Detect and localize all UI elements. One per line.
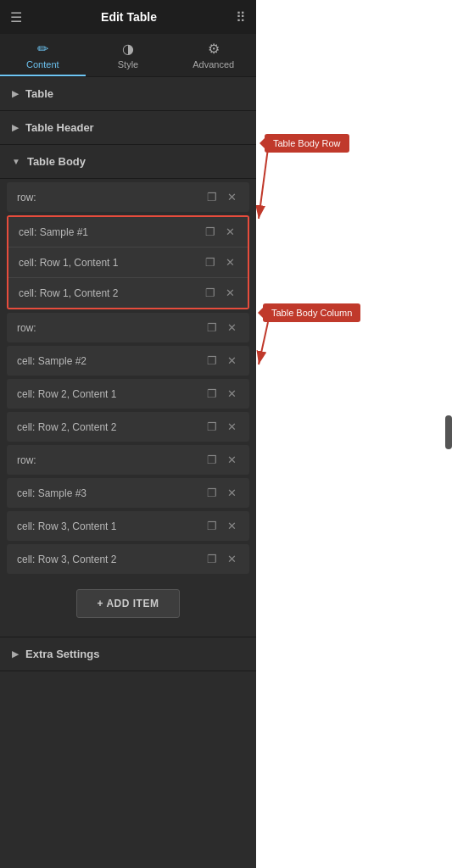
cell-2-3-actions: ❐ ✕	[204, 420, 239, 434]
scroll-handle[interactable]	[445, 415, 452, 449]
cell-1-3-copy-button[interactable]: ❐	[203, 286, 218, 300]
row-3-copy-button[interactable]: ❐	[204, 453, 220, 467]
table-arrow-icon: ▶	[12, 89, 19, 98]
section-tableheader-label: Table Header	[25, 121, 94, 134]
tab-advanced-label: Advanced	[193, 59, 234, 70]
cell-2-3-close-button[interactable]: ✕	[225, 420, 239, 434]
cell-1-3-actions: ❐ ✕	[203, 286, 237, 300]
advanced-tab-icon: ⚙	[208, 41, 220, 57]
row-group-2: row: ❐ ✕ cell: Sample #2 ❐ ✕ cell: Row 2…	[0, 313, 256, 442]
tooltip-row-text: Table Body Row	[273, 138, 341, 148]
svg-line-1	[259, 148, 268, 219]
tab-style-label: Style	[118, 59, 138, 70]
add-item-button[interactable]: + ADD ITEM	[76, 589, 181, 618]
cell-1-1-label: cell: Sample #1	[19, 226, 203, 238]
cell-1-2-close-button[interactable]: ✕	[223, 255, 237, 270]
cell-3-2-close-button[interactable]: ✕	[225, 519, 239, 533]
section-tablebody-label: Table Body	[27, 155, 86, 168]
cell-1-3-label: cell: Row 1, Content 2	[19, 287, 203, 299]
grid-icon[interactable]: ⠿	[236, 9, 246, 25]
cell-3-1-actions: ❐ ✕	[204, 486, 239, 500]
cell-3-3-copy-button[interactable]: ❐	[204, 552, 220, 566]
row-1-label: row:	[17, 192, 204, 203]
row-1-actions: ❐ ✕	[204, 190, 239, 204]
tab-style[interactable]: ◑ Style	[86, 34, 171, 76]
panel-title: Edit Table	[22, 10, 236, 24]
tab-advanced[interactable]: ⚙ Advanced	[170, 34, 256, 76]
cell-2-1-actions: ❐ ✕	[204, 353, 239, 368]
tooltip-table-body-col: Table Body Column	[263, 303, 360, 322]
row-3-close-button[interactable]: ✕	[225, 453, 239, 467]
cell-2-3-label: cell: Row 2, Content 2	[17, 421, 204, 433]
row-2-item[interactable]: row: ❐ ✕	[7, 313, 249, 342]
section-table: ▶ Table	[0, 77, 256, 111]
cell-1-3-close-button[interactable]: ✕	[223, 286, 237, 300]
tabs-bar: ✏ Content ◑ Style ⚙ Advanced	[0, 34, 256, 77]
cell-2-3-item[interactable]: cell: Row 2, Content 2 ❐ ✕	[7, 412, 249, 442]
edit-panel: ☰ Edit Table ⠿ ✏ Content ◑ Style ⚙ Advan…	[0, 0, 256, 868]
section-table-header: ▶ Table Header	[0, 111, 256, 145]
extrasettings-arrow-icon: ▶	[12, 649, 19, 659]
row-1-close-button[interactable]: ✕	[225, 190, 239, 204]
cell-1-1-close-button[interactable]: ✕	[223, 225, 237, 239]
cell-2-3-copy-button[interactable]: ❐	[204, 420, 220, 434]
section-extra-settings: ▶ Extra Settings	[0, 637, 256, 671]
cell-3-2-copy-button[interactable]: ❐	[204, 519, 220, 533]
cell-1-2-copy-button[interactable]: ❐	[203, 255, 218, 270]
cell-3-3-label: cell: Row 3, Content 2	[17, 554, 204, 565]
section-tableheader-header[interactable]: ▶ Table Header	[0, 111, 256, 144]
row-1-copy-button[interactable]: ❐	[204, 190, 220, 204]
cell-3-1-copy-button[interactable]: ❐	[204, 486, 220, 500]
cell-3-3-close-button[interactable]: ✕	[225, 552, 239, 566]
cell-3-1-item[interactable]: cell: Sample #3 ❐ ✕	[7, 478, 249, 508]
cell-3-3-item[interactable]: cell: Row 3, Content 2 ❐ ✕	[7, 544, 249, 574]
row-3-label: row:	[17, 454, 204, 466]
section-extrasettings-label: Extra Settings	[25, 648, 99, 660]
cell-3-1-close-button[interactable]: ✕	[225, 486, 239, 500]
tablebody-arrow-icon: ▼	[12, 157, 20, 166]
cell-2-1-close-button[interactable]: ✕	[225, 353, 239, 368]
row-2-label: row:	[17, 322, 204, 334]
hamburger-icon[interactable]: ☰	[10, 9, 22, 25]
add-item-container: + ADD ITEM	[0, 577, 256, 630]
row-group-1: row: ❐ ✕ cell: Sample #1 ❐ ✕ cell: Row 1…	[0, 182, 256, 309]
cell-2-2-copy-button[interactable]: ❐	[204, 387, 220, 401]
row-1-cells-highlighted: cell: Sample #1 ❐ ✕ cell: Row 1, Content…	[7, 215, 249, 309]
cell-1-2-actions: ❐ ✕	[203, 255, 237, 270]
arrows-overlay	[256, 0, 452, 868]
cell-3-3-actions: ❐ ✕	[204, 552, 239, 566]
section-table-label: Table	[25, 87, 53, 100]
tab-content-label: Content	[26, 59, 59, 70]
cell-1-1-copy-button[interactable]: ❐	[203, 225, 218, 239]
cell-1-1-item[interactable]: cell: Sample #1 ❐ ✕	[8, 217, 248, 247]
cell-3-2-actions: ❐ ✕	[204, 519, 239, 533]
cell-3-2-item[interactable]: cell: Row 3, Content 1 ❐ ✕	[7, 511, 249, 541]
content-tab-icon: ✏	[37, 41, 48, 57]
section-extrasettings-header[interactable]: ▶ Extra Settings	[0, 637, 256, 670]
cell-2-2-close-button[interactable]: ✕	[225, 387, 239, 401]
cell-1-3-item[interactable]: cell: Row 1, Content 2 ❐ ✕	[8, 277, 248, 308]
cell-1-1-actions: ❐ ✕	[203, 225, 237, 239]
tooltip-table-body-row: Table Body Row	[265, 134, 349, 153]
cell-1-2-label: cell: Row 1, Content 1	[19, 257, 203, 269]
cell-2-1-label: cell: Sample #2	[17, 355, 204, 367]
tableheader-arrow-icon: ▶	[12, 123, 19, 132]
row-2-close-button[interactable]: ✕	[225, 320, 239, 335]
cell-2-2-item[interactable]: cell: Row 2, Content 1 ❐ ✕	[7, 379, 249, 409]
row-2-actions: ❐ ✕	[204, 320, 239, 335]
section-tablebody-header[interactable]: ▼ Table Body	[0, 145, 256, 179]
right-area: Table Body Row Table Body Column	[256, 0, 452, 868]
panel-header: ☰ Edit Table ⠿	[0, 0, 256, 34]
cell-2-1-item[interactable]: cell: Sample #2 ❐ ✕	[7, 346, 249, 376]
row-1-item[interactable]: row: ❐ ✕	[7, 182, 249, 212]
row-group-3: row: ❐ ✕ cell: Sample #3 ❐ ✕ cell: Row 3…	[0, 445, 256, 574]
row-3-actions: ❐ ✕	[204, 453, 239, 467]
cell-2-2-label: cell: Row 2, Content 1	[17, 388, 204, 400]
cell-2-1-copy-button[interactable]: ❐	[204, 353, 220, 368]
tab-content[interactable]: ✏ Content	[0, 34, 86, 76]
row-2-copy-button[interactable]: ❐	[204, 320, 220, 335]
cell-1-2-item[interactable]: cell: Row 1, Content 1 ❐ ✕	[8, 247, 248, 277]
row-3-item[interactable]: row: ❐ ✕	[7, 445, 249, 475]
section-table-header[interactable]: ▶ Table	[0, 77, 256, 110]
tooltip-col-text: Table Body Column	[271, 308, 352, 318]
